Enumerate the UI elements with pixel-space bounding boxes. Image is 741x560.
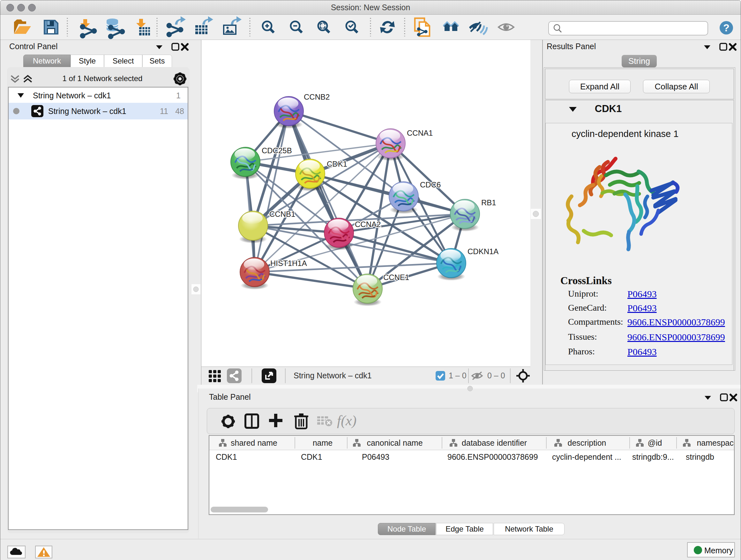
svg-text:CDK1: CDK1 bbox=[327, 160, 347, 168]
svg-text:shared name: shared name bbox=[231, 438, 277, 447]
svg-text:0 – 0: 0 – 0 bbox=[487, 371, 505, 380]
svg-text:CCNB1: CCNB1 bbox=[269, 210, 295, 219]
svg-text:CDC6: CDC6 bbox=[420, 180, 441, 189]
svg-text:String Network – cdk1: String Network – cdk1 bbox=[293, 371, 372, 380]
svg-text:@id: @id bbox=[648, 438, 662, 447]
svg-text:CDKN1A: CDKN1A bbox=[468, 247, 498, 256]
svg-text:CCNE1: CCNE1 bbox=[383, 273, 409, 282]
svg-text:canonical name: canonical name bbox=[367, 438, 422, 447]
svg-text:database identifier: database identifier bbox=[462, 438, 527, 447]
svg-text:RB1: RB1 bbox=[481, 198, 496, 207]
svg-text:description: description bbox=[568, 438, 606, 447]
svg-text:namespace: namespace bbox=[697, 438, 734, 447]
svg-text:?: ? bbox=[723, 22, 730, 34]
svg-text:1 – 0: 1 – 0 bbox=[449, 371, 467, 380]
svg-text:HIST1H1A: HIST1H1A bbox=[270, 259, 307, 267]
svg-text:CCNB2: CCNB2 bbox=[304, 92, 330, 101]
svg-text:CCNA1: CCNA1 bbox=[407, 129, 433, 137]
svg-text:name: name bbox=[313, 438, 333, 447]
svg-text:CDC25B: CDC25B bbox=[262, 146, 292, 155]
svg-text:CCNA2: CCNA2 bbox=[355, 220, 381, 229]
svg-text:f(x): f(x) bbox=[337, 413, 356, 428]
